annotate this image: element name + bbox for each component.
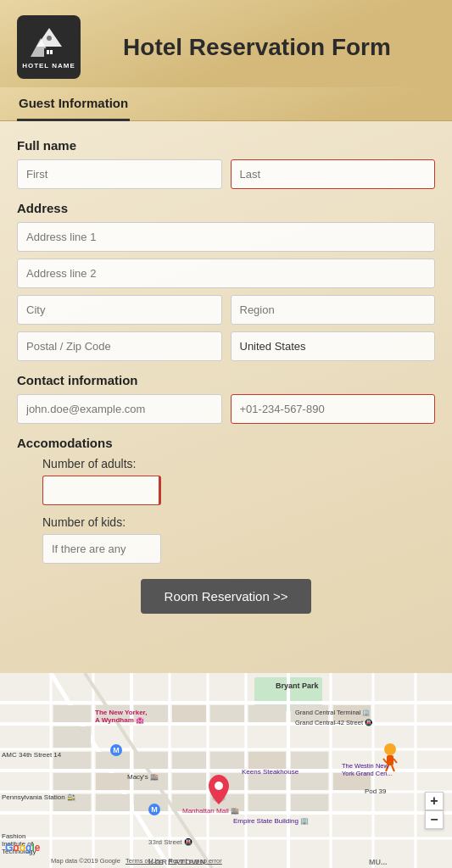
map-report-link[interactable]: Report a map error xyxy=(168,857,221,865)
hotel-name-logo: HOTEL NAME xyxy=(22,62,75,70)
last-name-input[interactable] xyxy=(231,159,436,189)
header: HOTEL NAME Hotel Reservation Form xyxy=(0,0,452,87)
map-zoom-in-button[interactable]: + xyxy=(425,792,444,810)
postal-input[interactable] xyxy=(17,331,222,361)
kids-label: Number of kids: xyxy=(42,515,435,529)
logo-container: HOTEL NAME xyxy=(17,15,81,79)
svg-rect-41 xyxy=(248,752,286,769)
map-metro-2: M xyxy=(148,804,160,815)
svg-rect-49 xyxy=(291,773,328,790)
map-zoom-out-button[interactable]: − xyxy=(425,810,444,829)
map-label-penn: Pennsylvania Station 🚉 xyxy=(2,793,75,801)
map-label-grand-central: Grand Central Terminal 🏢 xyxy=(295,709,370,716)
tab-guest-info[interactable]: Guest Information xyxy=(17,87,130,121)
address2-row xyxy=(17,259,435,288)
svg-rect-57 xyxy=(291,794,328,811)
form-area: Full name Address United States Contact … xyxy=(0,121,452,673)
svg-rect-28 xyxy=(53,726,91,748)
map-label-mur: MU... xyxy=(369,858,388,866)
region-input[interactable] xyxy=(231,295,436,325)
svg-rect-46 xyxy=(172,773,206,790)
svg-rect-3 xyxy=(47,50,49,54)
email-input[interactable] xyxy=(17,394,222,424)
map-metro-1: M xyxy=(110,744,122,756)
svg-rect-31 xyxy=(172,705,206,722)
map-container: Bryant Park Grand Central Terminal 🏢 Gra… xyxy=(0,673,452,868)
svg-rect-48 xyxy=(248,773,286,790)
hotel-logo-icon xyxy=(28,25,70,60)
svg-rect-42 xyxy=(291,752,328,769)
reservation-button[interactable]: Room Reservation >> xyxy=(141,579,312,614)
accom-label: Accomodations xyxy=(17,436,435,450)
address2-input[interactable] xyxy=(17,259,435,288)
first-name-input[interactable] xyxy=(17,159,222,189)
svg-rect-56 xyxy=(248,794,286,811)
map-label-empire: Empire State Building 🏢 xyxy=(233,817,309,825)
tab-bar: Guest Information xyxy=(0,87,452,121)
svg-point-60 xyxy=(384,743,396,755)
full-name-label: Full name xyxy=(17,138,435,153)
full-name-row xyxy=(17,159,435,189)
kids-row: Number of kids: xyxy=(17,515,435,564)
button-row: Room Reservation >> xyxy=(17,579,435,622)
page-title: Hotel Reservation Form xyxy=(96,34,435,61)
adults-label: Number of adults: xyxy=(42,457,435,470)
map-label-bryant-park: Bryant Park xyxy=(276,682,319,690)
svg-rect-43 xyxy=(53,773,91,790)
kids-input[interactable] xyxy=(42,534,161,564)
svg-rect-33 xyxy=(248,705,286,722)
google-logo: Google xyxy=(5,839,40,854)
city-region-row xyxy=(17,295,435,325)
svg-rect-38 xyxy=(134,752,168,769)
map-label-new-yorker: The New Yorker,A Wyndham 🏩 xyxy=(95,709,148,724)
page-wrapper: HOTEL NAME Hotel Reservation Form Guest … xyxy=(0,0,452,868)
address1-row xyxy=(17,222,435,252)
contact-label: Contact information xyxy=(17,373,435,387)
address1-input[interactable] xyxy=(17,222,435,252)
map-label-33rd: 33rd Street 🚇 xyxy=(148,838,193,846)
country-select[interactable]: United States xyxy=(231,331,436,361)
svg-point-59 xyxy=(215,782,223,790)
address-label: Address xyxy=(17,201,435,215)
city-input[interactable] xyxy=(17,295,222,325)
adults-row: Number of adults: xyxy=(17,457,435,505)
contact-row xyxy=(17,394,435,424)
svg-rect-39 xyxy=(172,752,206,769)
map-terms-link[interactable]: Terms of Use xyxy=(126,857,163,865)
postal-country-row: United States xyxy=(17,331,435,361)
svg-rect-27 xyxy=(53,705,91,722)
adults-input[interactable] xyxy=(42,476,161,505)
svg-rect-32 xyxy=(210,705,244,722)
map-label-keens: Keens Steakhouse xyxy=(242,768,299,776)
map-data-text: Map data ©2019 Google Terms of Use Repor… xyxy=(51,857,222,865)
svg-rect-4 xyxy=(50,50,53,54)
map-label-pod39: Pod 39 xyxy=(365,787,386,795)
map-label-manhattan-mall: Manhattan Mall 🏬 xyxy=(182,807,239,815)
svg-point-5 xyxy=(47,36,52,41)
svg-rect-40 xyxy=(210,752,244,769)
map-label-amc: AMC 34th Street 14 xyxy=(2,751,61,759)
map-label-westin: The Westin NewYork Grand Cen... xyxy=(342,762,393,777)
map-label-grand-central-42: Grand Central-42 Street 🚇 xyxy=(295,719,372,726)
svg-rect-44 xyxy=(96,773,130,790)
phone-input[interactable] xyxy=(231,394,436,424)
map-label-macys: Macy's 🏬 xyxy=(127,773,159,781)
svg-rect-52 xyxy=(96,794,130,811)
